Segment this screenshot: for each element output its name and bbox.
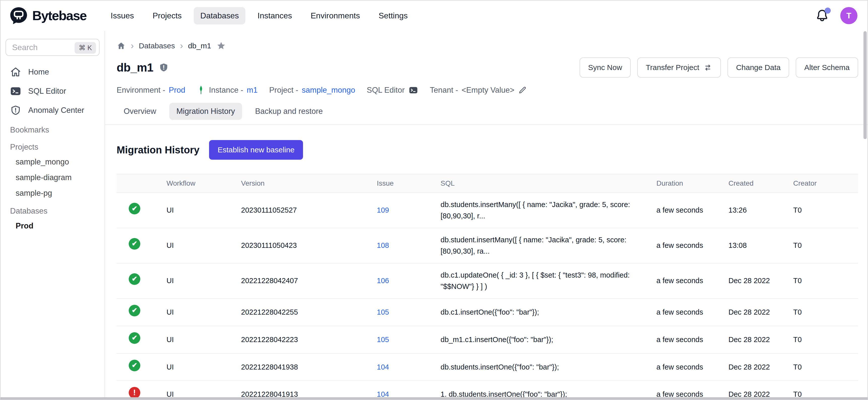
row-duration: a few seconds	[644, 228, 716, 263]
meta-instance: Instance - m1	[197, 85, 257, 95]
column-creator: Creator	[781, 174, 858, 193]
top-right-controls: T	[815, 7, 858, 24]
sidebar-project-sample-mongo[interactable]: sample_mongo	[0, 154, 104, 170]
nav-item-issues[interactable]: Issues	[104, 7, 140, 25]
change-data-button[interactable]: Change Data	[727, 57, 789, 78]
table-row[interactable]: UI 20221228042407 106 db.c1.updateOne( {…	[117, 263, 858, 299]
nav-item-settings[interactable]: Settings	[372, 7, 414, 25]
row-creator: T0	[781, 299, 858, 326]
row-creator: T0	[781, 193, 858, 228]
row-sql: db.students.insertMany([ { name: "Jacika…	[429, 193, 644, 228]
nav-item-projects[interactable]: Projects	[146, 7, 188, 25]
row-status-icon	[129, 273, 140, 285]
row-duration: a few seconds	[644, 263, 716, 299]
sidebar-item-sql-editor[interactable]: SQL Editor	[0, 82, 104, 101]
transfer-icon	[703, 63, 712, 72]
nav-item-environments[interactable]: Environments	[304, 7, 367, 25]
row-creator: T0	[781, 228, 858, 263]
bytebase-logo-icon	[9, 6, 28, 25]
row-issue-link[interactable]: 106	[377, 277, 389, 285]
row-workflow: UI	[154, 353, 229, 381]
table-row[interactable]: UI 20221228042223 105 db_m1.c1.insertOne…	[117, 326, 858, 353]
column-issue: Issue	[365, 174, 429, 193]
sidebar-section-bookmarks: Bookmarks	[0, 120, 104, 137]
home-icon	[10, 66, 21, 78]
migration-history-title: Migration History	[117, 144, 199, 156]
table-row[interactable]: UI 20221228041938 104 db.students.insert…	[117, 353, 858, 381]
tenant-label: Tenant -	[430, 86, 458, 95]
table-row[interactable]: UI 20230111052527 109 db.students.insert…	[117, 193, 858, 228]
row-creator: T0	[781, 263, 858, 299]
transfer-project-button[interactable]: Transfer Project	[637, 57, 721, 78]
breadcrumb-home-icon[interactable]	[117, 41, 126, 50]
bytebase-logo[interactable]: Bytebase	[9, 6, 86, 25]
row-status-icon	[129, 360, 140, 371]
row-sql: db.students.insertOne({"foo": "bar"});	[429, 353, 644, 381]
column-duration: Duration	[644, 174, 716, 193]
project-link[interactable]: sample_mongo	[302, 86, 355, 95]
environment-link[interactable]: Prod	[169, 86, 185, 95]
sidebar-search: ⌘ K	[5, 39, 99, 56]
sidebar-section-databases: Databases	[0, 201, 104, 218]
row-created: 13:26	[716, 193, 781, 228]
sidebar-database-prod[interactable]: Prod	[0, 218, 104, 234]
chevron-separator-icon	[180, 41, 183, 51]
terminal-icon	[10, 86, 21, 97]
nav-item-databases[interactable]: Databases	[194, 7, 245, 25]
tab-migration-history[interactable]: Migration History	[169, 103, 242, 120]
row-status-icon	[129, 238, 140, 250]
row-creator: T0	[781, 353, 858, 381]
column-workflow: Workflow	[154, 174, 229, 193]
row-duration: a few seconds	[644, 193, 716, 228]
edit-pencil-icon[interactable]	[518, 86, 527, 95]
row-workflow: UI	[154, 326, 229, 353]
establish-baseline-button[interactable]: Establish new baseline	[209, 140, 303, 160]
row-workflow: UI	[154, 299, 229, 326]
tab-overview[interactable]: Overview	[117, 103, 163, 120]
row-issue-link[interactable]: 105	[377, 336, 389, 344]
breadcrumb-databases[interactable]: Databases	[139, 41, 175, 50]
user-avatar[interactable]: T	[840, 7, 858, 24]
column-status	[117, 174, 154, 193]
row-issue-link[interactable]: 104	[377, 363, 389, 371]
row-issue-link[interactable]: 105	[377, 308, 389, 316]
row-sql: db_m1.c1.insertOne({"foo": "bar"});	[429, 326, 644, 353]
row-created: 13:08	[716, 228, 781, 263]
alter-schema-button[interactable]: Alter Schema	[796, 57, 858, 78]
migration-history-header: Migration History Establish new baseline	[117, 140, 858, 160]
sidebar-item-label: SQL Editor	[28, 87, 66, 96]
row-status-icon	[129, 387, 140, 399]
row-version: 20230111050423	[229, 228, 365, 263]
sidebar-item-home[interactable]: Home	[0, 62, 104, 82]
vertical-scrollbar[interactable]	[864, 31, 867, 139]
table-row[interactable]: UI 20230111050423 108 db.student.insertM…	[117, 228, 858, 263]
shield-icon	[10, 105, 21, 116]
meta-sql-editor[interactable]: SQL Editor	[367, 85, 418, 95]
row-issue-link[interactable]: 109	[377, 206, 389, 214]
breadcrumb: Databases db_m1	[117, 31, 858, 53]
bookmark-star-icon[interactable]	[216, 41, 226, 51]
instance-link[interactable]: m1	[247, 86, 258, 95]
row-sql: db.c1.insertOne({"foo": "bar"});	[429, 299, 644, 326]
row-status-icon	[129, 203, 140, 214]
row-created: Dec 28 2022	[716, 326, 781, 353]
row-issue-link[interactable]: 108	[377, 241, 389, 249]
terminal-icon[interactable]	[408, 85, 418, 95]
sidebar-item-anomaly-center[interactable]: Anomaly Center	[0, 101, 104, 120]
column-sql: SQL	[429, 174, 644, 193]
tab-backup-and-restore[interactable]: Backup and restore	[248, 103, 330, 120]
table-row[interactable]: UI 20221228042255 105 db.c1.insertOne({"…	[117, 299, 858, 326]
sidebar-project-sample-diagram[interactable]: sample-diagram	[0, 170, 104, 185]
window-bottom-edge	[0, 397, 868, 400]
sql-editor-label: SQL Editor	[367, 86, 405, 95]
column-created: Created	[716, 174, 781, 193]
sync-now-button[interactable]: Sync Now	[580, 57, 631, 78]
row-status-icon	[129, 305, 140, 316]
meta-tenant: Tenant - <Empty Value>	[430, 86, 527, 95]
column-version: Version	[229, 174, 365, 193]
top-navigation: Issues Projects Databases Instances Envi…	[104, 7, 414, 25]
notifications-button[interactable]	[815, 8, 829, 23]
migration-history-table: Workflow Version Issue SQL Duration Crea…	[117, 174, 858, 400]
nav-item-instances[interactable]: Instances	[251, 7, 299, 25]
sidebar-project-sample-pg[interactable]: sample-pg	[0, 185, 104, 201]
